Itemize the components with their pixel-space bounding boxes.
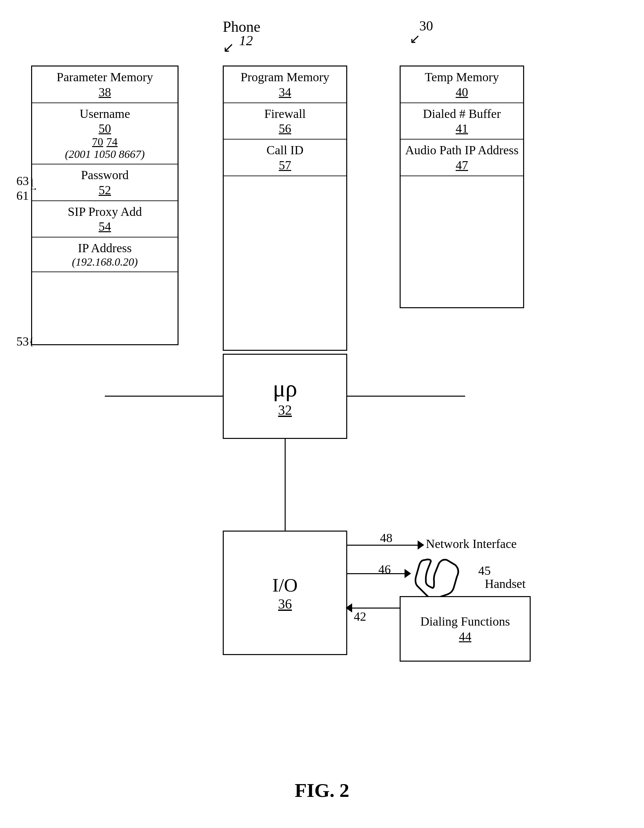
line-temp-to-mu <box>347 396 465 397</box>
temp-memory-cell: Temp Memory 40 <box>401 66 523 103</box>
phone-ref: 12 <box>239 33 253 49</box>
param-memory-cell: Parameter Memory 38 <box>32 66 177 103</box>
dial-arrow-icon <box>346 603 352 613</box>
line-param-to-mu <box>105 396 223 397</box>
username-ref: 50 <box>99 121 111 136</box>
mu-rho-box: μρ 32 <box>223 354 347 439</box>
ref-30-arrow-icon: ↙ <box>410 31 421 47</box>
prog-memory-cell: Program Memory 34 <box>224 66 346 103</box>
line-io-to-handset <box>347 573 406 574</box>
param-empty-section <box>32 272 177 344</box>
dialed-buffer-cell: Dialed # Buffer 41 <box>401 103 523 140</box>
handset-label: Handset <box>485 577 526 591</box>
prog-memory-box: Program Memory 34 Firewall 56 Call ID 57 <box>223 66 347 351</box>
username-value: (2001 1050 8667) <box>65 148 145 160</box>
line-mu-to-io <box>285 439 286 531</box>
diagram: Phone ↙ 12 30 ↙ Parameter Memory 38 User… <box>0 0 644 828</box>
ref-53-brace-icon: { <box>29 336 34 348</box>
password-label: Password <box>81 168 129 183</box>
audio-path-cell: Audio Path IP Address 47 <box>401 140 523 176</box>
network-interface-label: Network Interface <box>426 536 517 551</box>
io-label: I/O <box>272 574 297 596</box>
firewall-cell: Firewall 56 <box>224 103 346 140</box>
param-memory-ref: 38 <box>99 85 111 99</box>
figure-label: FIG. 2 <box>295 779 350 802</box>
call-id-cell: Call ID 57 <box>224 140 346 176</box>
io-ref: 36 <box>278 596 292 612</box>
ref-53-label: 53 <box>16 334 29 348</box>
password-ref: 52 <box>99 183 111 197</box>
ref-61-label: 61 <box>16 188 29 203</box>
ref-45-label: 45 <box>478 563 491 578</box>
password-cell: Password 52 <box>32 165 177 201</box>
dialed-buffer-label: Dialed # Buffer <box>423 107 501 122</box>
ref-48-label: 48 <box>380 531 393 545</box>
ref-30: 30 <box>419 18 433 34</box>
ip-address-label: IP Address <box>78 241 132 256</box>
sip-proxy-ref: 54 <box>99 219 111 234</box>
prog-memory-ref: 34 <box>279 85 291 99</box>
handset-arrow-icon <box>405 569 411 578</box>
ref-42-label: 42 <box>354 609 366 624</box>
ref-61-arrow-icon: → <box>29 183 38 194</box>
param-memory-box: Parameter Memory 38 Username 50 70 74 (2… <box>31 66 179 345</box>
firewall-ref: 56 <box>279 121 291 136</box>
temp-memory-box: Temp Memory 40 Dialed # Buffer 41 Audio … <box>400 66 524 308</box>
ref-46-label: 46 <box>379 562 391 577</box>
line-dial-stub <box>400 608 400 608</box>
call-id-ref: 57 <box>279 158 291 172</box>
prog-memory-label: Program Memory <box>240 70 329 85</box>
ip-address-cell: IP Address (192.168.0.20) <box>32 237 177 272</box>
dialing-functions-label: Dialing Functions <box>420 614 510 629</box>
ip-address-value: (192.168.0.20) <box>72 256 138 268</box>
dialing-functions-box: Dialing Functions 44 <box>400 596 531 662</box>
phone-arrow-icon: ↙ <box>223 39 234 55</box>
dialed-buffer-ref: 41 <box>456 121 468 136</box>
call-id-label: Call ID <box>267 143 304 158</box>
temp-memory-ref: 40 <box>456 85 468 99</box>
username-cell: Username 50 70 74 (2001 1050 8667) <box>32 103 177 165</box>
ref-63-label: 63 <box>16 174 29 188</box>
username-sub2: 74 <box>107 136 118 148</box>
audio-path-ref: 47 <box>456 158 468 172</box>
network-arrow-icon <box>418 540 424 550</box>
line-dial-to-io <box>347 608 400 608</box>
audio-path-label: Audio Path IP Address <box>405 143 518 158</box>
sip-proxy-cell: SIP Proxy Add 54 <box>32 201 177 238</box>
username-label: Username <box>80 107 130 122</box>
username-sub1: 70 <box>92 136 103 148</box>
io-box: I/O 36 <box>223 531 347 655</box>
handset-icon <box>415 557 473 603</box>
temp-empty-section <box>401 176 523 307</box>
prog-empty-section <box>224 176 346 350</box>
temp-memory-label: Temp Memory <box>425 70 499 85</box>
param-memory-label: Parameter Memory <box>57 70 153 85</box>
sip-proxy-label: SIP Proxy Add <box>68 204 142 220</box>
mu-rho-ref: 32 <box>278 402 292 418</box>
dialing-functions-ref: 44 <box>459 629 471 644</box>
firewall-label: Firewall <box>264 107 306 122</box>
mu-rho-symbol: μρ <box>273 375 297 402</box>
username-sublabels: 70 74 <box>92 136 118 148</box>
